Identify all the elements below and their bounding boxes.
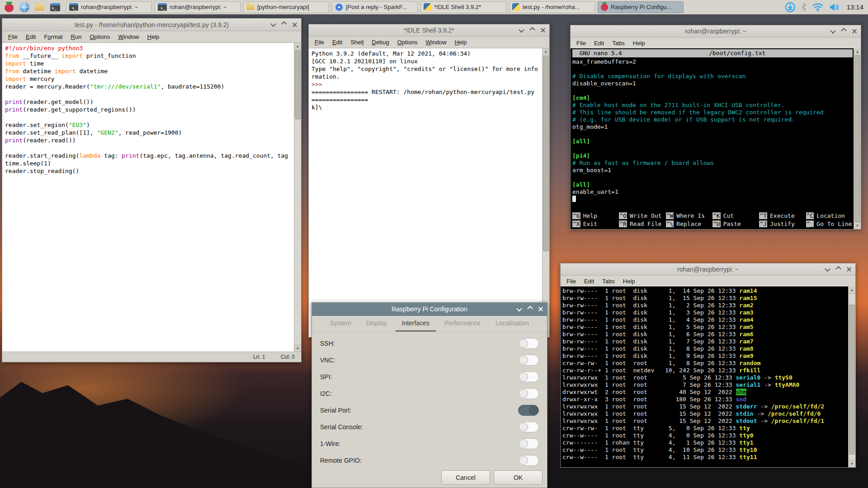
- menu-tabs[interactable]: Tabs: [598, 278, 618, 285]
- terminal-scrollbar[interactable]: ▲ ▼: [848, 286, 855, 467]
- toggle-vnc[interactable]: [518, 355, 539, 366]
- shell-content[interactable]: Python 3.9.2 (default, Mar 12 2021, 04:0…: [309, 48, 549, 337]
- menu-format[interactable]: Format: [40, 33, 66, 40]
- menu-file[interactable]: File: [562, 278, 580, 285]
- scroll-down-icon[interactable]: ▼: [849, 460, 855, 467]
- editor-titlebar[interactable]: test.py - /home/rohan/python-mercuryapi/…: [2, 19, 301, 31]
- minimize-icon[interactable]: [515, 305, 523, 313]
- scrollbar-thumb[interactable]: [543, 56, 549, 251]
- menu-edit[interactable]: Edit: [22, 33, 40, 40]
- menu-file[interactable]: File: [311, 39, 328, 46]
- scroll-down-icon[interactable]: ▼: [294, 345, 301, 352]
- text-line: [572, 66, 853, 73]
- menu-shell[interactable]: Shell: [346, 39, 368, 46]
- menu-debug[interactable]: Debug: [368, 39, 393, 46]
- dev-terminal-output[interactable]: brw-rw---- 1 root disk 1, 14 Sep 26 12:3…: [562, 287, 847, 467]
- terminal-launcher-icon[interactable]: >_: [50, 2, 61, 13]
- scrollbar-thumb[interactable]: [849, 305, 855, 455]
- menu-help[interactable]: Help: [143, 33, 164, 40]
- taskbar-task-raspberry-pi-configu[interactable]: Raspberry Pi Configu...: [598, 1, 684, 13]
- maximize-icon[interactable]: [840, 28, 847, 35]
- scrollbar-thumb[interactable]: [854, 56, 860, 222]
- nano-editor[interactable]: GNU nano 5.4 /boot/config.txt max_frameb…: [572, 49, 853, 229]
- close-icon[interactable]: [845, 266, 853, 273]
- shell-scrollbar[interactable]: ▲ ▼: [542, 48, 549, 337]
- wifi-icon[interactable]: [812, 3, 824, 12]
- toggle-ssh[interactable]: [518, 338, 539, 349]
- tab-localisation[interactable]: Localisation: [489, 318, 535, 332]
- menu-window[interactable]: Window: [114, 33, 143, 40]
- taskbar-task-rohan-raspberrypi[interactable]: >_rohan@raspberrypi: ~: [155, 1, 241, 13]
- shell-output[interactable]: Python 3.9.2 (default, Mar 12 2021, 04:0…: [311, 50, 541, 337]
- toggle-remote-gpio[interactable]: [518, 455, 539, 466]
- menu-edit[interactable]: Edit: [328, 39, 346, 46]
- close-icon[interactable]: [537, 305, 544, 313]
- bluetooth-icon[interactable]: [801, 3, 807, 12]
- minimize-icon[interactable]: [269, 21, 277, 28]
- config-titlebar[interactable]: Raspberry Pi Configuration: [312, 303, 547, 316]
- close-icon[interactable]: [291, 21, 298, 28]
- file-manager-folder-icon[interactable]: [34, 2, 45, 13]
- taskbar-task-python-mercuryapi[interactable]: [python-mercuryapi]: [243, 1, 329, 13]
- toggle-1-wire[interactable]: [518, 438, 539, 449]
- tab-display[interactable]: Display: [360, 318, 393, 332]
- task-label: Raspberry Pi Configu...: [611, 4, 671, 10]
- scroll-up-icon[interactable]: ▲: [542, 48, 549, 56]
- maximize-icon[interactable]: [280, 21, 288, 28]
- close-icon[interactable]: [851, 28, 858, 35]
- menu-help[interactable]: Help: [629, 40, 649, 47]
- tab-system[interactable]: System: [324, 318, 358, 332]
- menu-tabs[interactable]: Tabs: [608, 40, 628, 47]
- toggle-i2c[interactable]: [518, 388, 539, 399]
- maximize-icon[interactable]: [526, 305, 533, 313]
- editor-code[interactable]: #!/usr/bin/env python3from __future__ im…: [5, 44, 293, 352]
- scroll-up-icon[interactable]: ▲: [854, 48, 861, 56]
- terminal-scrollbar[interactable]: ▲ ▼: [854, 48, 861, 229]
- toggle-spi[interactable]: [518, 371, 539, 382]
- taskbar-task-test-py-home-roha[interactable]: test.py - /home/roha...: [509, 1, 595, 13]
- close-icon[interactable]: [539, 27, 547, 34]
- menu-edit[interactable]: Edit: [590, 40, 608, 47]
- menu-run[interactable]: Run: [67, 33, 86, 40]
- taskbar-task-post-a-reply-sparkf[interactable]: [Post a reply - SparkF...: [332, 1, 418, 13]
- maximize-icon[interactable]: [528, 27, 536, 34]
- menu-edit[interactable]: Edit: [580, 278, 598, 285]
- tab-interfaces[interactable]: Interfaces: [396, 318, 436, 332]
- toggle-serial-console[interactable]: [518, 422, 539, 432]
- menu-help[interactable]: Help: [451, 39, 471, 46]
- menu-options[interactable]: Options: [85, 33, 114, 40]
- volume-icon[interactable]: [829, 3, 840, 12]
- taskbar-clock[interactable]: 13:14: [846, 3, 868, 11]
- updates-icon[interactable]: [785, 2, 796, 13]
- toggle-serial-port[interactable]: [518, 405, 539, 416]
- shell-titlebar[interactable]: *IDLE Shell 3.9.2*: [309, 24, 549, 37]
- menu-raspberry-icon[interactable]: [4, 2, 14, 13]
- minimize-icon[interactable]: [518, 27, 525, 34]
- nano-buffer[interactable]: max_framebuffers=2 # Disable compensatio…: [572, 58, 853, 203]
- cancel-button[interactable]: Cancel: [441, 470, 490, 485]
- maximize-icon[interactable]: [835, 266, 842, 273]
- scrollbar-thumb[interactable]: [295, 51, 301, 119]
- ok-button[interactable]: OK: [494, 470, 542, 485]
- menu-options[interactable]: Options: [393, 39, 422, 46]
- minimize-icon[interactable]: [829, 28, 836, 35]
- scroll-up-icon[interactable]: ▲: [294, 43, 301, 50]
- nano-terminal-titlebar[interactable]: rohan@raspberrypi: ~: [571, 25, 861, 38]
- scroll-down-icon[interactable]: ▼: [854, 222, 861, 229]
- browser-globe-icon[interactable]: [19, 2, 30, 13]
- menu-file[interactable]: File: [4, 33, 22, 40]
- scroll-up-icon[interactable]: ▲: [849, 286, 855, 294]
- nano-terminal-screen[interactable]: GNU nano 5.4 /boot/config.txt max_frameb…: [571, 48, 861, 229]
- menu-help[interactable]: Help: [619, 278, 639, 285]
- minimize-icon[interactable]: [824, 266, 831, 273]
- text-line: Type "help", "copyright", "credits" or "…: [311, 65, 541, 73]
- editor-scrollbar[interactable]: ▲ ▼: [294, 43, 301, 352]
- tab-performance[interactable]: Performance: [438, 318, 487, 332]
- taskbar-task-rohan-raspberrypi[interactable]: >_rohan@raspberrypi: ~: [66, 1, 152, 13]
- dev-terminal-titlebar[interactable]: rohan@raspberrypi: ~: [561, 263, 855, 276]
- menu-file[interactable]: File: [572, 40, 590, 47]
- menu-window[interactable]: Window: [421, 39, 450, 46]
- editor-content[interactable]: #!/usr/bin/env python3from __future__ im…: [2, 42, 301, 352]
- dev-terminal-screen[interactable]: brw-rw---- 1 root disk 1, 14 Sep 26 12:3…: [561, 286, 855, 467]
- taskbar-task-idle-shell-3-9-2[interactable]: *IDLE Shell 3.9.2*: [420, 1, 506, 13]
